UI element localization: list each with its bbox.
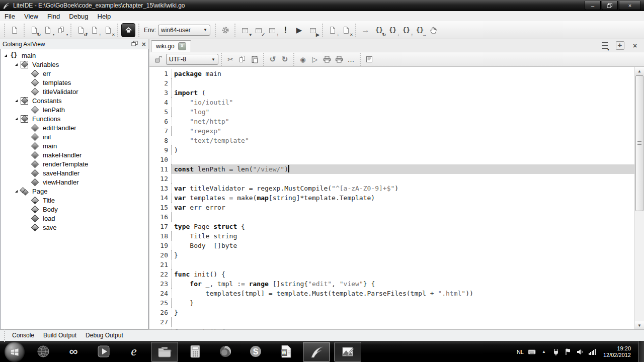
- tree-expander-icon[interactable]: [15, 190, 18, 193]
- tree-item-viewHandler[interactable]: viewHandler: [1, 177, 148, 187]
- more-icon[interactable]: …: [346, 54, 357, 65]
- add-tab-icon[interactable]: +: [615, 41, 624, 50]
- tree-item-titleValidator[interactable]: titleValidator: [1, 87, 148, 96]
- undo-icon[interactable]: ↺: [267, 54, 278, 65]
- export-icon[interactable]: ▷: [309, 54, 320, 65]
- build-icon[interactable]: ▾: [238, 24, 251, 36]
- editor-scrollbar[interactable]: ▲ ▼: [634, 67, 644, 329]
- tree-item-saveHandler[interactable]: saveHandler: [1, 168, 148, 177]
- code-line-16[interactable]: 16: [149, 212, 635, 222]
- tree-item-save[interactable]: save: [1, 223, 148, 232]
- tab-list-icon[interactable]: [600, 41, 609, 50]
- taskbar-item-word[interactable]: W: [273, 342, 299, 361]
- tree-item-renderTemplate[interactable]: renderTemplate: [1, 159, 148, 168]
- code-line-11[interactable]: 11const lenPath = len("/view/"): [149, 164, 635, 174]
- env-select[interactable]: win64-user▼: [158, 25, 210, 36]
- step-out-icon[interactable]: {}↑: [400, 24, 413, 36]
- output-tab-debug-output[interactable]: Debug Output: [81, 331, 128, 340]
- code-line-25[interactable]: 25 }: [149, 298, 635, 308]
- copy-icon[interactable]: [237, 54, 248, 65]
- tree-item-makeHandler[interactable]: makeHandler: [1, 150, 148, 159]
- taskbar-item-calculator[interactable]: [182, 342, 208, 361]
- export-log-icon[interactable]: ↓: [326, 24, 339, 36]
- build-install-icon[interactable]: ↑: [266, 24, 278, 36]
- redo-icon[interactable]: ↻: [279, 54, 290, 65]
- cut-icon[interactable]: ✂: [225, 54, 236, 65]
- restore-button[interactable]: [602, 1, 618, 10]
- tree-item-Constants[interactable]: Constants: [1, 96, 148, 105]
- menu-find[interactable]: Find: [43, 12, 64, 21]
- power-plug-icon[interactable]: [552, 348, 560, 356]
- save-file-icon[interactable]: ▪: [41, 24, 54, 36]
- settings-gear-icon[interactable]: [219, 24, 231, 36]
- tab-wiki-go[interactable]: wiki.go x: [151, 40, 191, 52]
- code-line-26[interactable]: 26}: [149, 308, 635, 317]
- tree-expander-icon[interactable]: [5, 54, 7, 57]
- code-line-5[interactable]: 5 "log": [149, 107, 635, 117]
- new-file-icon[interactable]: [8, 24, 21, 36]
- code-line-3[interactable]: 3import (: [149, 88, 635, 98]
- taskbar-item-skype[interactable]: S: [243, 342, 269, 361]
- code-editor[interactable]: 1package main23import (4 "io/ioutil"5 "l…: [149, 67, 644, 329]
- code-line-23[interactable]: 23 for _, tmpl := range []string{"edit",…: [149, 279, 635, 289]
- scroll-up-icon[interactable]: ▲: [635, 67, 644, 75]
- tree-item-templates[interactable]: templates: [1, 78, 148, 87]
- close-panel-icon[interactable]: ×: [142, 40, 146, 48]
- error-icon[interactable]: !: [279, 24, 292, 36]
- start-button[interactable]: [5, 342, 25, 362]
- record-icon[interactable]: ◉: [297, 54, 308, 65]
- code-line-22[interactable]: 22func init() {: [149, 269, 635, 279]
- run-build-icon[interactable]: ▶: [306, 24, 319, 36]
- taskbar-item-internet-explorer[interactable]: e: [121, 342, 147, 361]
- tree-expander-icon[interactable]: [15, 63, 18, 66]
- code-line-20[interactable]: 20}: [149, 250, 635, 260]
- code-line-21[interactable]: 21: [149, 260, 635, 269]
- scroll-down-icon[interactable]: ▼: [635, 321, 644, 329]
- tree-item-err[interactable]: err: [1, 69, 148, 78]
- code-line-7[interactable]: 7 "regexp": [149, 126, 635, 136]
- run-to-line-icon[interactable]: {}→: [414, 24, 426, 36]
- close-button[interactable]: ×: [619, 1, 641, 10]
- tree-item-init[interactable]: init: [1, 132, 148, 141]
- tree-item-main[interactable]: {}main: [1, 51, 148, 60]
- run-icon[interactable]: ▶: [293, 24, 305, 36]
- code-line-27[interactable]: 27: [149, 317, 635, 327]
- menu-help[interactable]: Help: [93, 12, 116, 21]
- tree-item-lenPath[interactable]: lenPath: [1, 105, 148, 114]
- keyboard-icon[interactable]: [528, 348, 536, 356]
- taskbar-item-infinity-app[interactable]: ∞: [60, 342, 87, 361]
- print-all-icon[interactable]: [334, 54, 345, 65]
- menu-debug[interactable]: Debug: [64, 12, 93, 21]
- hidden-icons-icon[interactable]: ▲: [540, 348, 548, 356]
- open-file-icon[interactable]: ↻: [28, 24, 40, 36]
- code-line-6[interactable]: 6 "net/http": [149, 117, 635, 126]
- lock-open-icon[interactable]: [152, 54, 164, 65]
- tree-item-main[interactable]: main: [1, 141, 148, 150]
- step-into-icon[interactable]: {}↓: [386, 24, 399, 36]
- tree-item-Functions[interactable]: Functions: [1, 114, 148, 123]
- code-line-12[interactable]: 12: [149, 174, 635, 184]
- tree-item-Variables[interactable]: Variables: [1, 60, 148, 69]
- code-line-13[interactable]: 13var titleValidator = regexp.MustCompil…: [149, 184, 635, 193]
- code-line-10[interactable]: 10: [149, 155, 635, 164]
- build-clean-icon[interactable]: ✓: [252, 24, 265, 36]
- code-line-28[interactable]: 28func main() {: [149, 327, 635, 329]
- encoding-select[interactable]: UTF-8 ▼: [166, 54, 218, 65]
- clear-log-icon[interactable]: ×: [340, 24, 352, 36]
- taskbar-item-media-player[interactable]: [91, 342, 117, 361]
- close-editor-icon[interactable]: ×: [630, 41, 639, 50]
- stop-hand-icon[interactable]: [427, 24, 440, 36]
- tree-item-Title[interactable]: Title: [1, 196, 148, 205]
- code-line-15[interactable]: 15var err error: [149, 203, 635, 212]
- taskbar-item-paint[interactable]: [334, 342, 361, 362]
- tree-item-editHandler[interactable]: editHandler: [1, 123, 148, 132]
- step-over-icon[interactable]: {}↻: [373, 24, 385, 36]
- tree-item-Page[interactable]: Page: [1, 187, 148, 196]
- taskbar-item-firefox[interactable]: [212, 342, 238, 361]
- volume-icon[interactable]: [576, 348, 584, 356]
- flag-icon[interactable]: [564, 348, 572, 356]
- reload-file-icon[interactable]: ↑: [88, 24, 101, 36]
- title-bar[interactable]: LiteIDE - E:\Go\GoBoek\code_examples\cha…: [0, 0, 644, 11]
- tab-close-icon[interactable]: x: [178, 42, 186, 50]
- taskbar-clock[interactable]: 19:20 12/02/2012: [603, 345, 631, 358]
